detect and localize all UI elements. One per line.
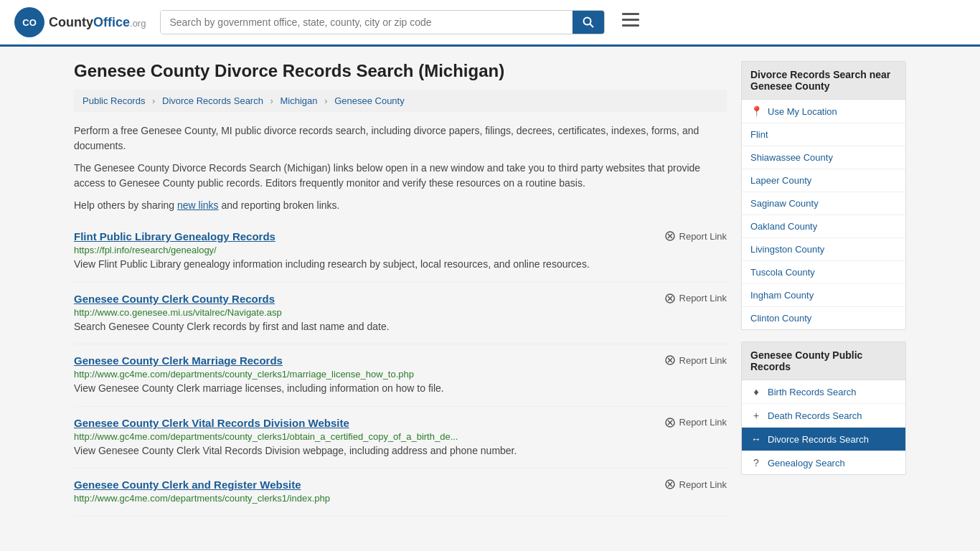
report-link-0[interactable]: Report Link (664, 230, 727, 242)
result-item: Genesee County Clerk Vital Records Divis… (74, 407, 727, 469)
location-icon: 📍 (750, 105, 762, 117)
death-records-icon: + (750, 410, 762, 421)
search-input[interactable] (161, 11, 573, 34)
result-title-2[interactable]: Genesee County Clerk Marriage Records (74, 354, 283, 367)
result-item: Genesee County Clerk Marriage Records Re… (74, 344, 727, 407)
report-link-3[interactable]: Report Link (664, 417, 727, 428)
result-url-1[interactable]: http://www.co.genesee.mi.us/vitalrec/Nav… (74, 307, 727, 318)
breadcrumb-genesee-county[interactable]: Genesee County (334, 95, 405, 106)
result-title-4[interactable]: Genesee County Clerk and Register Websit… (74, 479, 301, 491)
sidebar-public-records-title: Genesee County Public Records (742, 342, 905, 380)
sidebar-item-clinton[interactable]: Clinton County (742, 307, 905, 329)
sidebar: Divorce Records Search near Genesee Coun… (741, 61, 906, 517)
sidebar-item-divorce-records[interactable]: ↔ Divorce Records Search (742, 428, 905, 451)
result-desc-3: View Genesee County Clerk Vital Records … (74, 444, 727, 458)
description-2: The Genesee County Divorce Records Searc… (74, 161, 727, 191)
birth-records-icon: ♦ (750, 386, 762, 397)
sidebar-item-livingston[interactable]: Livingston County (742, 238, 905, 261)
result-url-4[interactable]: http://www.gc4me.com/departments/county_… (74, 493, 727, 504)
sidebar-item-oakland[interactable]: Oakland County (742, 215, 905, 238)
report-link-4[interactable]: Report Link (664, 479, 727, 490)
svg-point-2 (584, 18, 591, 25)
svg-rect-6 (622, 24, 639, 27)
breadcrumb-public-records[interactable]: Public Records (83, 95, 145, 106)
result-title-3[interactable]: Genesee County Clerk Vital Records Divis… (74, 417, 349, 429)
search-bar (160, 10, 605, 34)
result-item: Flint Public Library Genealogy Records R… (74, 220, 727, 283)
result-url-3[interactable]: http://www.gc4me.com/departments/county_… (74, 431, 727, 442)
sidebar-item-flint[interactable]: Flint (742, 123, 905, 146)
sidebar-item-saginaw[interactable]: Saginaw County (742, 192, 905, 215)
svg-rect-4 (622, 13, 639, 15)
sidebar-item-death-records[interactable]: + Death Records Search (742, 404, 905, 428)
sidebar-item-tuscola[interactable]: Tuscola County (742, 261, 905, 284)
sidebar-item-shiawassee[interactable]: Shiawassee County (742, 146, 905, 169)
svg-rect-5 (622, 19, 639, 21)
genealogy-icon: ? (750, 457, 762, 468)
sidebar-item-birth-records[interactable]: ♦ Birth Records Search (742, 380, 905, 404)
sidebar-nearby-title: Divorce Records Search near Genesee Coun… (742, 62, 905, 100)
result-item: Genesee County Clerk County Records Repo… (74, 283, 727, 345)
result-desc-1: Search Genesee County Clerk records by f… (74, 320, 727, 334)
result-desc-0: View Flint Public Library genealogy info… (74, 258, 727, 272)
logo-text: CountyOffice.org (49, 15, 146, 30)
divorce-records-icon: ↔ (750, 433, 762, 445)
result-url-0[interactable]: https://fpl.info/research/genealogy/ (74, 245, 727, 255)
results-list: Flint Public Library Genealogy Records R… (74, 220, 727, 517)
new-links-link[interactable]: new links (177, 199, 219, 211)
sidebar-item-use-my-location[interactable]: 📍 Use My Location (742, 100, 905, 123)
svg-line-3 (590, 24, 594, 28)
sidebar-public-records-section: Genesee County Public Records ♦ Birth Re… (741, 342, 906, 475)
svg-text:CO: CO (22, 17, 37, 28)
result-item: Genesee County Clerk and Register Websit… (74, 468, 727, 517)
breadcrumb-divorce-records[interactable]: Divorce Records Search (162, 95, 263, 106)
result-desc-2: View Genesee County Clerk marriage licen… (74, 382, 727, 396)
page-title: Genesee County Divorce Records Search (M… (74, 61, 727, 81)
sidebar-item-lapeer[interactable]: Lapeer County (742, 169, 905, 192)
report-link-2[interactable]: Report Link (664, 354, 727, 366)
report-link-1[interactable]: Report Link (664, 293, 727, 304)
menu-button[interactable] (619, 10, 642, 34)
description-1: Perform a free Genesee County, MI public… (74, 123, 727, 154)
logo-icon: CO (14, 7, 44, 37)
sidebar-item-ingham[interactable]: Ingham County (742, 284, 905, 307)
result-title-0[interactable]: Flint Public Library Genealogy Records (74, 230, 275, 242)
sidebar-nearby-section: Divorce Records Search near Genesee Coun… (741, 61, 906, 330)
search-button[interactable] (573, 11, 604, 34)
breadcrumb: Public Records › Divorce Records Search … (74, 90, 727, 112)
description-3: Help others by sharing new links and rep… (74, 198, 727, 213)
sidebar-item-genealogy[interactable]: ? Genealogy Search (742, 451, 905, 474)
logo[interactable]: CO CountyOffice.org (14, 7, 146, 37)
breadcrumb-michigan[interactable]: Michigan (281, 95, 318, 106)
result-title-1[interactable]: Genesee County Clerk County Records (74, 293, 275, 305)
result-url-2[interactable]: http://www.gc4me.com/departments/county_… (74, 369, 727, 380)
